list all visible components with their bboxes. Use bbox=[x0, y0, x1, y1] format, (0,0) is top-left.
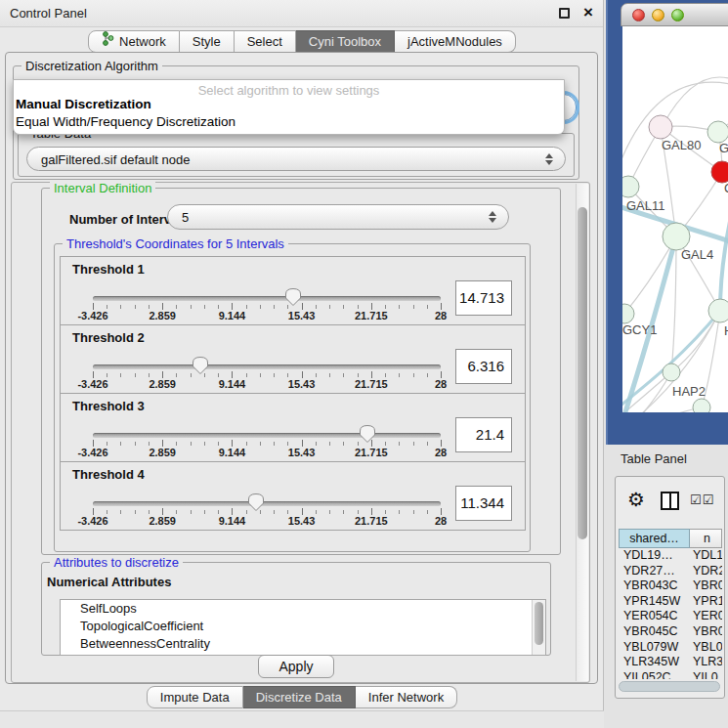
close-icon[interactable]: × bbox=[583, 3, 593, 22]
horizontal-scrollbar[interactable] bbox=[619, 681, 720, 692]
threshold-panel: Threshold 2-3.4262.8599.14415.4321.71528… bbox=[60, 324, 526, 394]
threshold-value-field[interactable]: 14.713 bbox=[455, 280, 512, 316]
list-scrollbar[interactable] bbox=[532, 600, 545, 655]
network-node[interactable] bbox=[708, 299, 728, 322]
settings-scrollbar[interactable] bbox=[576, 184, 588, 681]
slider-thumb[interactable] bbox=[192, 356, 209, 375]
numerical-attributes-label: Numerical Attributes bbox=[47, 575, 171, 589]
attribute-item[interactable]: TopologicalCoefficient bbox=[61, 618, 545, 635]
tab-infer-network[interactable]: Infer Network bbox=[356, 686, 457, 708]
slider-thumb[interactable] bbox=[247, 492, 265, 512]
major-tick bbox=[302, 371, 303, 378]
table-row[interactable]: YBR043CYBR0 bbox=[619, 578, 722, 594]
network-node[interactable] bbox=[693, 399, 710, 412]
slider-track[interactable] bbox=[93, 364, 441, 369]
zoom-traffic-light-icon[interactable] bbox=[671, 9, 684, 21]
table-row[interactable]: YER054CYER0 bbox=[619, 609, 722, 624]
tab-label: jActiveMNodules bbox=[407, 31, 502, 52]
tab-select[interactable]: Select bbox=[235, 30, 296, 53]
network-node[interactable] bbox=[663, 223, 690, 250]
table-row[interactable]: YPR145WYPR1 bbox=[619, 594, 722, 610]
major-tick bbox=[232, 440, 233, 447]
attribute-item[interactable]: SelfLoops bbox=[61, 600, 545, 618]
number-of-intervals-combo[interactable]: 5 bbox=[167, 204, 509, 230]
threshold-value-field[interactable]: 21.4 bbox=[455, 417, 512, 452]
cell-shared-name: YPR145W bbox=[619, 594, 690, 610]
slider-ticks bbox=[93, 442, 442, 446]
algorithm-dropdown-popup: Select algorithm to view settings Manual… bbox=[13, 79, 565, 135]
tab-jactivemnodules[interactable]: jActiveMNodules bbox=[395, 30, 516, 53]
group-title: Discretization Algorithm bbox=[21, 59, 162, 73]
major-tick bbox=[232, 303, 233, 310]
network-node[interactable] bbox=[649, 115, 672, 139]
major-tick bbox=[441, 440, 442, 447]
network-node[interactable] bbox=[707, 121, 728, 143]
column-header-shared[interactable]: shared… bbox=[619, 529, 690, 548]
cell-shared-name: YDL19… bbox=[619, 548, 690, 564]
tab-network[interactable]: Network bbox=[88, 30, 180, 53]
table-row[interactable]: YDL19…YDL1 bbox=[619, 548, 722, 564]
network-edge[interactable] bbox=[622, 407, 702, 412]
tick-label: 21.715 bbox=[355, 378, 388, 390]
combo-value: galFiltered.sif default node bbox=[41, 151, 190, 166]
apply-button[interactable]: Apply bbox=[258, 655, 334, 678]
slider-thumb[interactable] bbox=[359, 424, 376, 444]
network-window-titlebar[interactable] bbox=[621, 3, 728, 26]
slider-track[interactable] bbox=[93, 433, 441, 438]
tick-label: -3.426 bbox=[77, 310, 107, 321]
major-tick bbox=[441, 371, 442, 378]
node-label: GCY1 bbox=[622, 322, 657, 337]
tab-cyni-toolbox[interactable]: Cyni Toolbox bbox=[296, 30, 395, 53]
table-data-combo[interactable]: galFiltered.sif default node bbox=[26, 147, 566, 171]
network-canvas[interactable]: GAL80GACGAL11GAL4GCY1HHAP2 bbox=[622, 26, 728, 412]
slider-track[interactable] bbox=[93, 501, 441, 506]
major-tick bbox=[162, 508, 163, 515]
table-panel-labelbar: Table Panel bbox=[606, 445, 728, 472]
cell-name: YIL0 bbox=[690, 670, 722, 679]
minimize-traffic-light-icon[interactable] bbox=[652, 9, 664, 21]
table-row[interactable]: YBR045CYBR0 bbox=[619, 624, 722, 640]
slider-track[interactable] bbox=[93, 296, 441, 301]
scrollbar-thumb[interactable] bbox=[578, 207, 587, 539]
checkbox-filter-icons[interactable]: ☑☑ bbox=[690, 492, 714, 507]
attribute-item[interactable]: BetweennessCentrality bbox=[61, 635, 545, 653]
node-label: GAL80 bbox=[662, 138, 701, 152]
network-node[interactable] bbox=[622, 304, 634, 323]
major-tick bbox=[93, 440, 94, 447]
table-row[interactable]: YIL052CYIL0 bbox=[619, 670, 722, 679]
tick-label: 9.144 bbox=[219, 515, 246, 527]
column-header-name[interactable]: n bbox=[690, 529, 722, 548]
tick-label: -3.426 bbox=[77, 515, 107, 527]
table-row[interactable]: YDR27…YDR2 bbox=[619, 564, 722, 579]
close-traffic-light-icon[interactable] bbox=[632, 9, 645, 21]
popup-option-manual[interactable]: Manual Discretization bbox=[16, 97, 151, 111]
tab-discretize-data[interactable]: Discretize Data bbox=[243, 686, 356, 708]
float-window-icon[interactable] bbox=[559, 8, 570, 19]
tick-label: 15.43 bbox=[288, 310, 316, 321]
threshold-value-field[interactable]: 6.316 bbox=[455, 349, 512, 384]
cell-name: YBL0 bbox=[690, 640, 722, 656]
combo-arrows-icon bbox=[545, 153, 553, 165]
popup-option-equal-width[interactable]: Equal Width/Frequency Discretization bbox=[16, 114, 236, 129]
tab-impute-data[interactable]: Impute Data bbox=[147, 686, 243, 708]
threshold-list: Threshold 1-3.4262.8599.14415.4321.71528… bbox=[60, 256, 526, 531]
cell-shared-name: YDR27… bbox=[619, 564, 690, 579]
tick-label: 2.859 bbox=[149, 447, 176, 458]
major-tick bbox=[371, 303, 372, 310]
gear-icon[interactable]: ⚙ bbox=[627, 488, 645, 511]
threshold-value-field[interactable]: 11.344 bbox=[455, 486, 512, 521]
tick-label: 15.43 bbox=[288, 378, 316, 390]
tab-style[interactable]: Style bbox=[180, 30, 235, 53]
column-layout-icon[interactable] bbox=[661, 492, 679, 510]
network-node[interactable] bbox=[711, 161, 728, 183]
combo-arrows-icon bbox=[489, 211, 496, 223]
network-node[interactable] bbox=[622, 176, 639, 197]
slider-thumb[interactable] bbox=[284, 287, 302, 307]
tick-label: 21.715 bbox=[355, 310, 388, 321]
thresholds-group: Threshold's Coordinates for 5 Intervals … bbox=[54, 243, 531, 552]
table-row[interactable]: YLR345WYLR3 bbox=[619, 655, 722, 670]
table-row[interactable]: YBL079WYBL0 bbox=[619, 640, 722, 656]
network-node[interactable] bbox=[663, 364, 680, 381]
tick-label: 2.859 bbox=[149, 515, 176, 527]
interval-definition-group: Interval Definition Number of Intervals … bbox=[41, 188, 561, 555]
